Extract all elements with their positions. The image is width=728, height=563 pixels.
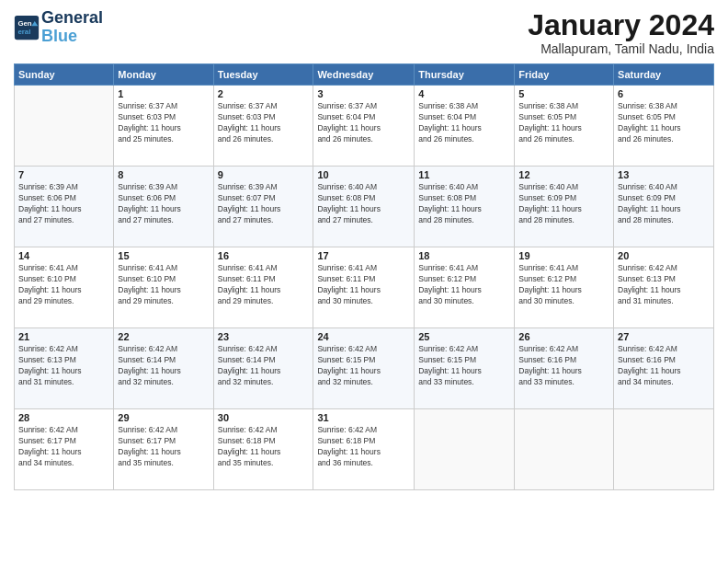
week-row-3: 21Sunrise: 6:42 AM Sunset: 6:13 PM Dayli… [15, 328, 714, 409]
day-number: 22 [118, 331, 209, 342]
day-cell: 27Sunrise: 6:42 AM Sunset: 6:16 PM Dayli… [614, 328, 714, 409]
day-number: 18 [418, 250, 510, 261]
week-row-0: 1Sunrise: 6:37 AM Sunset: 6:03 PM Daylig… [15, 86, 714, 167]
day-number: 3 [317, 88, 410, 99]
day-cell: 8Sunrise: 6:39 AM Sunset: 6:06 PM Daylig… [114, 167, 213, 247]
day-info: Sunrise: 6:40 AM Sunset: 6:08 PM Dayligh… [418, 182, 510, 226]
day-number: 16 [218, 250, 310, 261]
day-number: 8 [118, 169, 209, 180]
day-info: Sunrise: 6:37 AM Sunset: 6:04 PM Dayligh… [317, 101, 410, 145]
day-cell: 7Sunrise: 6:39 AM Sunset: 6:06 PM Daylig… [15, 167, 114, 247]
day-info: Sunrise: 6:42 AM Sunset: 6:16 PM Dayligh… [618, 344, 710, 388]
location-title: Mallapuram, Tamil Nadu, India [528, 41, 714, 56]
logo-icon: Gen eral [14, 15, 40, 40]
day-cell: 31Sunrise: 6:42 AM Sunset: 6:18 PM Dayli… [313, 409, 415, 490]
day-info: Sunrise: 6:42 AM Sunset: 6:14 PM Dayligh… [218, 344, 310, 388]
day-info: Sunrise: 6:42 AM Sunset: 6:17 PM Dayligh… [118, 425, 209, 469]
header: Gen eral General Blue January 2024 Malla… [14, 9, 714, 56]
day-cell: 22Sunrise: 6:42 AM Sunset: 6:14 PM Dayli… [114, 328, 213, 409]
day-cell: 23Sunrise: 6:42 AM Sunset: 6:14 PM Dayli… [213, 328, 313, 409]
header-cell-tuesday: Tuesday [213, 64, 313, 86]
week-row-4: 28Sunrise: 6:42 AM Sunset: 6:17 PM Dayli… [15, 409, 714, 490]
day-number: 17 [317, 250, 410, 261]
logo-text: General Blue [41, 9, 103, 46]
day-number: 27 [618, 331, 710, 342]
day-number: 28 [18, 412, 109, 423]
header-cell-monday: Monday [114, 64, 213, 86]
week-row-1: 7Sunrise: 6:39 AM Sunset: 6:06 PM Daylig… [15, 167, 714, 247]
day-cell: 4Sunrise: 6:38 AM Sunset: 6:04 PM Daylig… [415, 86, 515, 167]
day-info: Sunrise: 6:41 AM Sunset: 6:10 PM Dayligh… [118, 263, 209, 307]
day-info: Sunrise: 6:39 AM Sunset: 6:06 PM Dayligh… [118, 182, 209, 226]
day-info: Sunrise: 6:38 AM Sunset: 6:04 PM Dayligh… [418, 101, 510, 145]
day-info: Sunrise: 6:40 AM Sunset: 6:09 PM Dayligh… [618, 182, 710, 226]
day-cell: 20Sunrise: 6:42 AM Sunset: 6:13 PM Dayli… [614, 247, 714, 328]
day-info: Sunrise: 6:39 AM Sunset: 6:07 PM Dayligh… [218, 182, 310, 226]
day-cell [15, 86, 114, 167]
day-info: Sunrise: 6:42 AM Sunset: 6:14 PM Dayligh… [118, 344, 209, 388]
day-cell: 14Sunrise: 6:41 AM Sunset: 6:10 PM Dayli… [15, 247, 114, 328]
day-cell: 11Sunrise: 6:40 AM Sunset: 6:08 PM Dayli… [415, 167, 515, 247]
day-info: Sunrise: 6:40 AM Sunset: 6:08 PM Dayligh… [317, 182, 410, 226]
day-info: Sunrise: 6:41 AM Sunset: 6:12 PM Dayligh… [418, 263, 510, 307]
day-info: Sunrise: 6:37 AM Sunset: 6:03 PM Dayligh… [118, 101, 209, 145]
day-info: Sunrise: 6:42 AM Sunset: 6:15 PM Dayligh… [317, 344, 410, 388]
day-number: 15 [118, 250, 209, 261]
day-number: 23 [218, 331, 310, 342]
day-number: 30 [218, 412, 310, 423]
day-number: 2 [218, 88, 310, 99]
day-info: Sunrise: 6:41 AM Sunset: 6:11 PM Dayligh… [218, 263, 310, 307]
day-cell: 28Sunrise: 6:42 AM Sunset: 6:17 PM Dayli… [15, 409, 114, 490]
day-number: 1 [118, 88, 209, 99]
day-cell: 5Sunrise: 6:38 AM Sunset: 6:05 PM Daylig… [515, 86, 614, 167]
day-number: 11 [418, 169, 510, 180]
day-cell: 17Sunrise: 6:41 AM Sunset: 6:11 PM Dayli… [313, 247, 415, 328]
day-number: 26 [518, 331, 609, 342]
svg-text:Gen: Gen [17, 19, 31, 28]
day-number: 20 [618, 250, 710, 261]
day-info: Sunrise: 6:42 AM Sunset: 6:17 PM Dayligh… [18, 425, 109, 469]
header-row: SundayMondayTuesdayWednesdayThursdayFrid… [15, 64, 714, 86]
day-cell: 24Sunrise: 6:42 AM Sunset: 6:15 PM Dayli… [313, 328, 415, 409]
month-title: January 2024 [528, 9, 714, 41]
day-info: Sunrise: 6:42 AM Sunset: 6:18 PM Dayligh… [317, 425, 410, 469]
day-cell: 30Sunrise: 6:42 AM Sunset: 6:18 PM Dayli… [213, 409, 313, 490]
header-cell-saturday: Saturday [614, 64, 714, 86]
day-cell: 2Sunrise: 6:37 AM Sunset: 6:03 PM Daylig… [213, 86, 313, 167]
day-number: 4 [418, 88, 510, 99]
day-cell: 29Sunrise: 6:42 AM Sunset: 6:17 PM Dayli… [114, 409, 213, 490]
day-cell: 9Sunrise: 6:39 AM Sunset: 6:07 PM Daylig… [213, 167, 313, 247]
day-cell: 13Sunrise: 6:40 AM Sunset: 6:09 PM Dayli… [614, 167, 714, 247]
day-number: 7 [18, 169, 109, 180]
day-number: 25 [418, 331, 510, 342]
day-info: Sunrise: 6:42 AM Sunset: 6:13 PM Dayligh… [618, 263, 710, 307]
day-info: Sunrise: 6:42 AM Sunset: 6:15 PM Dayligh… [418, 344, 510, 388]
day-cell: 19Sunrise: 6:41 AM Sunset: 6:12 PM Dayli… [515, 247, 614, 328]
calendar-table: SundayMondayTuesdayWednesdayThursdayFrid… [14, 63, 714, 490]
day-number: 19 [518, 250, 609, 261]
header-cell-thursday: Thursday [415, 64, 515, 86]
day-number: 21 [18, 331, 109, 342]
day-number: 24 [317, 331, 410, 342]
day-cell: 12Sunrise: 6:40 AM Sunset: 6:09 PM Dayli… [515, 167, 614, 247]
logo: Gen eral General Blue [14, 9, 103, 46]
title-block: January 2024 Mallapuram, Tamil Nadu, Ind… [528, 9, 714, 56]
logo-line2: Blue [41, 27, 77, 45]
day-info: Sunrise: 6:41 AM Sunset: 6:10 PM Dayligh… [18, 263, 109, 307]
day-info: Sunrise: 6:42 AM Sunset: 6:16 PM Dayligh… [518, 344, 609, 388]
day-cell [515, 409, 614, 490]
day-cell: 26Sunrise: 6:42 AM Sunset: 6:16 PM Dayli… [515, 328, 614, 409]
day-number: 5 [518, 88, 609, 99]
day-cell [614, 409, 714, 490]
day-cell: 15Sunrise: 6:41 AM Sunset: 6:10 PM Dayli… [114, 247, 213, 328]
day-cell: 18Sunrise: 6:41 AM Sunset: 6:12 PM Dayli… [415, 247, 515, 328]
day-info: Sunrise: 6:40 AM Sunset: 6:09 PM Dayligh… [518, 182, 609, 226]
day-info: Sunrise: 6:37 AM Sunset: 6:03 PM Dayligh… [218, 101, 310, 145]
day-info: Sunrise: 6:42 AM Sunset: 6:13 PM Dayligh… [18, 344, 109, 388]
day-cell [415, 409, 515, 490]
day-number: 6 [618, 88, 710, 99]
day-cell: 10Sunrise: 6:40 AM Sunset: 6:08 PM Dayli… [313, 167, 415, 247]
day-cell: 3Sunrise: 6:37 AM Sunset: 6:04 PM Daylig… [313, 86, 415, 167]
day-info: Sunrise: 6:38 AM Sunset: 6:05 PM Dayligh… [518, 101, 609, 145]
day-info: Sunrise: 6:41 AM Sunset: 6:11 PM Dayligh… [317, 263, 410, 307]
